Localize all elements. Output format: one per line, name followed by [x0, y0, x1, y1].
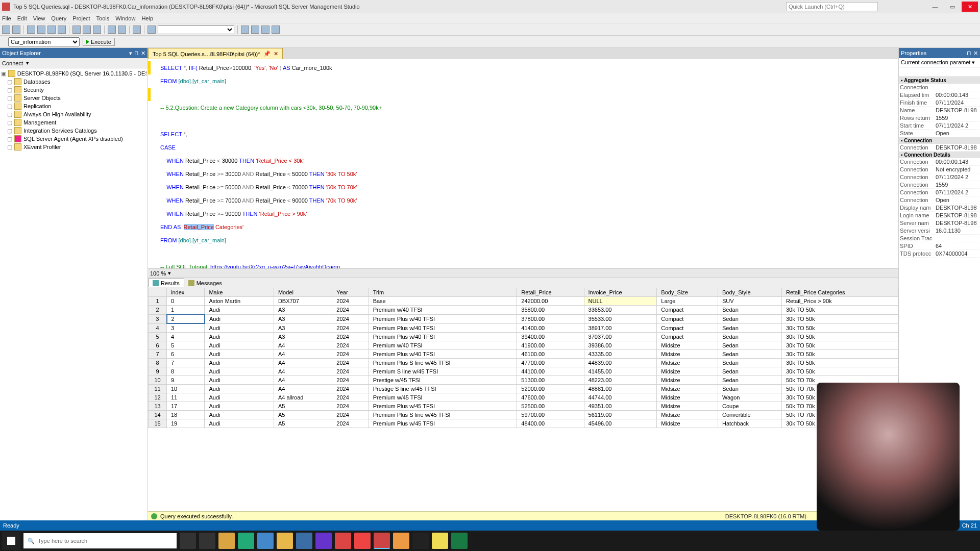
menu-file[interactable]: File [2, 15, 11, 21]
cell[interactable]: Compact [657, 306, 718, 315]
prop-row[interactable]: Display namDESKTOP-8L98 [899, 204, 980, 212]
prop-row[interactable]: StateOpen [899, 130, 980, 137]
document-tab-active[interactable]: Top 5 SQL Queries.s…8L98FK0\pitsi (64))*… [148, 48, 283, 59]
cell[interactable]: Sedan [718, 385, 782, 393]
cell[interactable]: 15 [149, 419, 167, 428]
cell[interactable]: A5 [274, 402, 332, 411]
cell[interactable]: 5 [167, 341, 205, 350]
table-row[interactable]: 109AudiA42024Prestige w/45 TFSI51300.004… [149, 376, 898, 385]
cell[interactable]: Compact [657, 323, 718, 333]
table-row[interactable]: 1211AudiA4 allroad2024Premium w/45 TFSI4… [149, 393, 898, 402]
table-row[interactable]: 87AudiA42024Premium Plus S line w/45 TFS… [149, 359, 898, 367]
prop-row[interactable]: Login nameDESKTOP-8L98 [899, 212, 980, 219]
connect-dropdown-icon[interactable]: ▾ [26, 60, 29, 66]
cell[interactable]: A4 [274, 350, 332, 359]
cell[interactable]: 2024 [332, 359, 369, 367]
cell[interactable]: 45496.00 [584, 419, 657, 428]
excel-icon[interactable] [451, 533, 468, 549]
cell[interactable]: A4 allroad [274, 393, 332, 402]
cell[interactable]: 2024 [332, 297, 369, 306]
cell[interactable]: Sedan [718, 333, 782, 341]
cell[interactable]: 52500.00 [517, 402, 584, 411]
results-tab[interactable]: Results [148, 279, 184, 287]
cell[interactable]: 8 [167, 367, 205, 376]
col-header[interactable]: Invoice_Price [584, 288, 657, 297]
prop-row[interactable]: Connection [899, 84, 980, 91]
mail-icon[interactable] [257, 533, 274, 549]
prop-row[interactable]: ConnectionDESKTOP-8L98 [899, 144, 980, 152]
notes-icon[interactable] [432, 533, 448, 549]
connect-button[interactable]: Connect [2, 60, 23, 66]
cell[interactable]: 9 [167, 376, 205, 385]
col-header[interactable]: Body_Size [657, 288, 718, 297]
cell[interactable]: Sedan [718, 314, 782, 323]
cell[interactable]: 12 [149, 393, 167, 402]
prop-row[interactable]: Connection07/11/2024 2 [899, 189, 980, 196]
cell[interactable]: 30k TO 50k [781, 333, 898, 341]
cell[interactable]: 13 [149, 402, 167, 411]
cell[interactable]: 7 [167, 359, 205, 367]
tool-icon-4[interactable] [272, 26, 280, 34]
table-row[interactable]: 65AudiA42024Premium w/40 TFSI41900.00393… [149, 341, 898, 350]
ssms-icon[interactable] [374, 533, 390, 549]
zoom-level[interactable]: 100 % [150, 270, 166, 277]
table-row[interactable]: 54AudiA32024Premium Plus w/40 TFSI39400.… [149, 333, 898, 341]
cell[interactable]: 49351.00 [584, 402, 657, 411]
start-button[interactable] [2, 532, 20, 550]
prop-group-header[interactable]: ▪ Aggregate Status [899, 77, 980, 84]
cell[interactable]: Audi [205, 323, 274, 333]
cell[interactable]: 10 [149, 376, 167, 385]
col-header[interactable]: Retail_Price Categories [781, 288, 898, 297]
search-combo[interactable] [158, 25, 234, 34]
cell[interactable]: 4 [149, 323, 167, 333]
cell[interactable]: 242000.00 [517, 297, 584, 306]
cell[interactable]: A4 [274, 385, 332, 393]
menu-query[interactable]: Query [51, 15, 66, 21]
cell[interactable]: A4 [274, 359, 332, 367]
taskview-icon[interactable] [199, 533, 215, 549]
cell[interactable]: 1 [167, 306, 205, 315]
cell[interactable]: 5 [149, 333, 167, 341]
refresh-icon[interactable] [63, 60, 70, 67]
tree-node-security[interactable]: ▢Security [1, 86, 146, 94]
cell[interactable]: 2024 [332, 367, 369, 376]
cell[interactable]: Midsize [657, 385, 718, 393]
cell[interactable]: Large [657, 297, 718, 306]
cell[interactable]: 44839.00 [584, 359, 657, 367]
cell[interactable]: Premium w/45 TFSI [369, 393, 517, 402]
cell[interactable]: Audi [205, 376, 274, 385]
prop-row[interactable]: Start time07/11/2024 2 [899, 122, 980, 130]
chrome2-icon[interactable] [393, 533, 409, 549]
cell[interactable]: Premium Plus w/40 TFSI [369, 314, 517, 323]
disconnect-icon[interactable] [32, 60, 39, 67]
cell[interactable]: 30k TO 50k [781, 359, 898, 367]
copy-icon[interactable] [83, 26, 91, 34]
cell[interactable]: Midsize [657, 341, 718, 350]
database-select[interactable]: Car_information [8, 37, 80, 46]
cell[interactable]: Sedan [718, 359, 782, 367]
cell[interactable]: 59700.00 [517, 411, 584, 419]
zoom-dropdown-icon[interactable]: ▾ [168, 270, 171, 277]
cell[interactable]: 30k TO 50k [781, 323, 898, 333]
cell[interactable]: 10 [167, 385, 205, 393]
prop-row[interactable]: Server namDESKTOP-8L98 [899, 219, 980, 227]
cell[interactable]: Audi [205, 350, 274, 359]
col-header[interactable]: Model [274, 288, 332, 297]
tree-node-xevent[interactable]: ▢XEvent Profiler [1, 143, 146, 151]
cell[interactable]: 2024 [332, 411, 369, 419]
taskbar-search[interactable]: 🔍Type here to search [23, 533, 177, 548]
cell[interactable]: Premium Plus S line w/45 TFSI [369, 411, 517, 419]
cell[interactable]: 11 [167, 393, 205, 402]
cell[interactable]: Midsize [657, 402, 718, 411]
col-header[interactable]: Make [205, 288, 274, 297]
stop-icon[interactable] [42, 60, 50, 67]
cell[interactable]: Audi [205, 367, 274, 376]
table-row[interactable]: 32AudiA32024Premium Plus w/40 TFSI37800.… [149, 314, 898, 323]
cell[interactable]: 17 [167, 402, 205, 411]
prop-row[interactable]: Connection00:00:00.143 [899, 158, 980, 166]
cell[interactable]: 46100.00 [517, 350, 584, 359]
save-all-icon[interactable] [58, 26, 66, 34]
cell[interactable]: Audi [205, 341, 274, 350]
cell[interactable]: Premium Plus w/45 TFSI [369, 402, 517, 411]
cell[interactable]: 19 [167, 419, 205, 428]
